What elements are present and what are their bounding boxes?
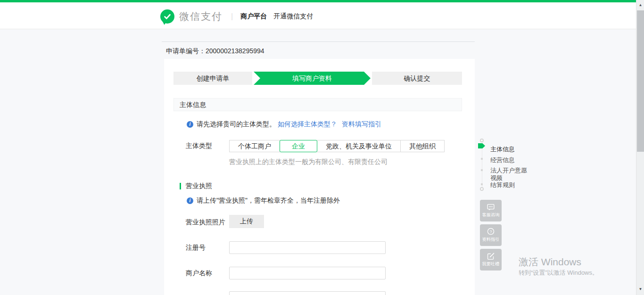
svg-text:?: ? <box>489 229 492 234</box>
wechat-pay-check-icon <box>160 9 174 24</box>
type-option-enterprise-selected[interactable]: 企业 <box>280 140 317 152</box>
question-circle-icon: ? <box>480 227 502 237</box>
form-card: 创建申请单 填写商户资料 确认提交 主体信息 i 请先选择贵司的主体类型。 如何… <box>164 59 475 295</box>
wechat-pay-logo[interactable]: 微信支付 | 商户平台 开通微信支付 <box>160 8 313 25</box>
registration-number-label: 注册号 <box>186 244 206 252</box>
partially-visible-input[interactable] <box>229 291 386 295</box>
anchor-nav-bottom-circle <box>480 187 484 191</box>
business-license-title-text: 营业执照 <box>186 182 212 190</box>
vertical-scrollbar[interactable]: ▲ ▼ <box>636 0 644 295</box>
subject-type-label: 主体类型 <box>186 142 212 150</box>
brand-text: 微信支付 <box>179 10 223 23</box>
step-create-application: 创建申请单 <box>173 72 252 85</box>
merchant-name-input[interactable] <box>229 267 386 279</box>
nav-merchant-portal: 商户平台 <box>240 12 267 21</box>
subject-type-options: 个体工商户 企业 党政、机关及事业单位 其他组织 <box>229 140 445 152</box>
wechat-pay-apply-page: { "colors": { "brand_green": "#07c160", … <box>0 0 644 295</box>
upload-button[interactable]: 上传 <box>229 215 264 228</box>
merchant-name-label: 商户名称 <box>186 269 212 278</box>
order-number-label: 申请单编号： <box>166 47 206 55</box>
anchor-dot <box>481 183 483 185</box>
step-confirm-submit: 确认提交 <box>372 72 462 85</box>
chat-bubble-icon <box>480 202 502 213</box>
watermark-title: 激活 Windows <box>519 256 598 268</box>
registration-number-input[interactable] <box>229 241 386 254</box>
section-header-subject-info: 主体信息 <box>173 98 462 111</box>
license-photo-label: 营业执照照片 <box>186 218 225 227</box>
edit-square-icon <box>480 251 502 262</box>
anchor-item-settlement-rules[interactable]: 结算规则 <box>490 181 533 189</box>
type-option-individual-business[interactable]: 个体工商户 <box>229 140 280 152</box>
business-license-subsection-title: 营业执照 <box>180 182 212 190</box>
scroll-down-arrow-icon[interactable]: ▼ <box>636 286 644 293</box>
anchor-nav-top-circle <box>480 139 484 142</box>
anchor-item-subject-info[interactable]: 主体信息 <box>490 146 533 153</box>
float-button-label: 我要吐槽 <box>481 262 501 266</box>
watermark-subtitle: 转到“设置”以激活 Windows。 <box>519 268 598 278</box>
progress-stepper: 创建申请单 填写商户资料 确认提交 <box>173 72 462 85</box>
material-filling-guide-link[interactable]: 资料填写指引 <box>342 120 381 129</box>
anchor-nav-line <box>482 142 482 189</box>
header: 微信支付 | 商户平台 开通微信支付 <box>0 2 636 29</box>
scroll-up-arrow-icon[interactable]: ▲ <box>636 1 644 9</box>
feedback-button[interactable]: 我要吐槽 <box>480 249 502 270</box>
type-option-government-institution[interactable]: 党政、机关及事业单位 <box>317 140 401 152</box>
anchor-dot <box>481 169 483 171</box>
customer-service-button[interactable]: 客服咨询 <box>480 200 502 221</box>
windows-activation-watermark: 激活 Windows 转到“设置”以激活 Windows。 <box>519 256 598 278</box>
info-icon: i <box>187 121 193 128</box>
anchor-item-business-info[interactable]: 经营信息 <box>490 156 533 164</box>
section-accent-bar <box>180 183 181 189</box>
material-guide-button[interactable]: ? 资料指引 <box>480 224 502 246</box>
order-number-value: 2000002138295994 <box>206 47 264 55</box>
notice-text: 请先选择贵司的主体类型。 <box>197 120 276 129</box>
business-license-notice: i 请上传"营业执照"，需年检章齐全，当年注册除外 <box>187 197 340 205</box>
subject-type-hint: 营业执照上的主体类型一般为有限公司、有限责任公司 <box>229 158 388 166</box>
notice-text: 请上传"营业执照"，需年检章齐全，当年注册除外 <box>197 197 340 205</box>
step-fill-merchant-info-active: 填写商户资料 <box>254 72 371 85</box>
subject-type-notice: i 请先选择贵司的主体类型。 如何选择主体类型？ 资料填写指引 <box>187 120 381 129</box>
anchor-item-legal-person-video[interactable]: 法人开户意愿视频 <box>490 167 533 182</box>
how-to-choose-subject-type-link[interactable]: 如何选择主体类型？ <box>278 120 337 129</box>
float-button-label: 客服咨询 <box>481 213 501 217</box>
application-order-number: 申请单编号：2000002138295994 <box>166 47 264 56</box>
scrollbar-thumb[interactable] <box>637 10 644 152</box>
nav-open-wechat-pay: 开通微信支付 <box>273 12 313 21</box>
brand-divider: | <box>231 12 233 21</box>
type-option-other-organization[interactable]: 其他组织 <box>400 140 445 152</box>
content-top-divider <box>162 41 475 42</box>
info-icon: i <box>187 197 193 204</box>
float-button-label: 资料指引 <box>481 237 501 241</box>
anchor-active-arrow-icon <box>478 143 485 148</box>
anchor-dot <box>481 158 483 160</box>
